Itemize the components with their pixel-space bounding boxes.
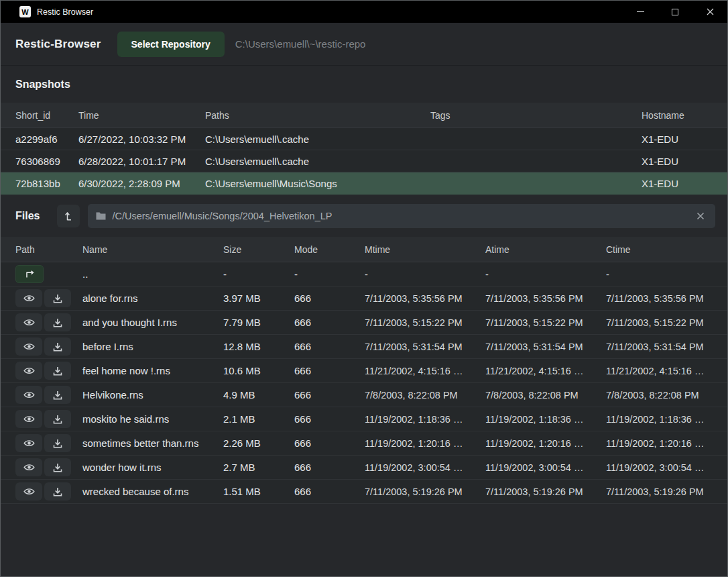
current-path-input[interactable] <box>112 211 694 221</box>
files-heading: Files <box>15 210 40 222</box>
file-mtime: 7/11/2003, 5:15:22 PM <box>365 317 485 328</box>
file-size: 2.26 MB <box>223 437 294 449</box>
file-size: 12.8 MB <box>223 341 294 352</box>
download-file-button[interactable] <box>44 434 71 452</box>
file-atime: 11/19/2002, 1:18:36 … <box>485 414 606 425</box>
preview-file-button[interactable] <box>15 482 42 501</box>
minimize-button[interactable] <box>623 1 658 23</box>
file-name: alone for.rns <box>82 293 223 304</box>
file-mode: - <box>294 268 365 280</box>
file-mode: 666 <box>294 462 365 473</box>
file-ctime: 11/19/2002, 1:18:36 … <box>606 414 713 425</box>
file-row: and you thought I.rns 7.79 MB 666 7/11/2… <box>1 311 727 335</box>
file-mode: 666 <box>294 486 365 497</box>
file-size: 7.79 MB <box>223 317 294 328</box>
file-size: 4.9 MB <box>223 389 294 401</box>
minimize-icon <box>637 11 644 12</box>
preview-file-button[interactable] <box>15 386 42 404</box>
file-ctime: 7/11/2003, 5:19:26 PM <box>606 486 713 497</box>
file-row: wonder how it.rns 2.7 MB 666 11/19/2002,… <box>1 456 727 480</box>
clear-path-button[interactable] <box>694 211 707 221</box>
preview-file-button[interactable] <box>15 410 42 428</box>
col-paths: Paths <box>205 110 430 121</box>
download-icon <box>53 318 62 327</box>
clear-path-icon <box>696 212 705 220</box>
snapshot-time: 6/28/2022, 10:01:17 PM <box>78 156 205 167</box>
snapshot-paths: C:\Users\emuell\Music\Songs <box>205 178 430 189</box>
file-name: sometimes better than.rns <box>82 437 223 449</box>
parent-dir-icon <box>25 270 35 278</box>
file-size: 2.1 MB <box>223 413 294 425</box>
file-row: wrecked because of.rns 1.51 MB 666 7/11/… <box>1 480 727 504</box>
file-name: .. <box>82 268 223 280</box>
file-mode: 666 <box>294 437 365 449</box>
download-file-button[interactable] <box>44 458 71 476</box>
close-button[interactable] <box>692 1 727 23</box>
repository-path: C:\Users\emuell\~\restic-repo <box>235 38 366 50</box>
file-mtime: - <box>365 269 485 280</box>
titlebar: W Restic Browser <box>1 1 727 23</box>
file-mtime: 7/11/2003, 5:35:56 PM <box>365 293 485 304</box>
file-name: feel home now !.rns <box>82 365 223 376</box>
snapshot-paths: C:\Users\emuell\.cache <box>205 134 430 145</box>
preview-file-button[interactable] <box>15 434 42 452</box>
snapshot-paths: C:\Users\emuell\.cache <box>205 156 430 167</box>
download-file-button[interactable] <box>44 410 71 428</box>
eye-icon <box>23 463 35 472</box>
snapshot-short-id: 76306869 <box>15 156 78 167</box>
preview-file-button[interactable] <box>15 362 42 380</box>
file-mode: 666 <box>294 293 365 304</box>
file-mode: 666 <box>294 317 365 328</box>
snapshot-hostname: X1-EDU <box>642 134 713 145</box>
file-ctime: 7/8/2003, 8:22:08 PM <box>606 390 713 401</box>
file-name: wrecked because of.rns <box>82 486 223 497</box>
content-filler <box>1 504 727 576</box>
file-mtime: 11/19/2002, 3:00:54 … <box>365 462 485 473</box>
window-controls <box>623 1 727 23</box>
file-row: feel home now !.rns 10.6 MB 666 11/21/20… <box>1 359 727 383</box>
preview-file-button[interactable] <box>15 289 42 307</box>
files-bar: Files <box>1 195 727 237</box>
snapshot-time: 6/30/2022, 2:28:09 PM <box>78 178 205 189</box>
preview-file-button[interactable] <box>15 313 42 331</box>
preview-file-button[interactable] <box>15 337 42 356</box>
select-repository-button[interactable]: Select Repository <box>117 32 225 57</box>
file-atime: 7/11/2003, 5:31:54 PM <box>485 342 606 352</box>
up-level-button[interactable] <box>57 205 80 227</box>
snapshot-row-selected[interactable]: 72b813bb 6/30/2022, 2:28:09 PM C:\Users\… <box>1 172 727 195</box>
file-mode: 666 <box>294 413 365 425</box>
file-mode: 666 <box>294 341 365 352</box>
preview-file-button[interactable] <box>15 458 42 476</box>
download-file-button[interactable] <box>44 289 71 307</box>
file-ctime: 11/21/2002, 4:15:16 … <box>606 366 713 376</box>
eye-icon <box>23 294 35 303</box>
download-file-button[interactable] <box>44 386 71 404</box>
file-mtime: 11/19/2002, 1:18:36 … <box>365 414 485 425</box>
download-icon <box>53 294 62 303</box>
download-file-button[interactable] <box>44 362 71 380</box>
eye-icon <box>23 318 35 327</box>
app-window: W Restic Browser Restic-Browser Select R… <box>0 0 728 577</box>
download-file-button[interactable] <box>44 313 71 331</box>
eye-icon <box>23 487 35 496</box>
download-file-button[interactable] <box>44 482 71 501</box>
col-mode: Mode <box>294 244 365 255</box>
snapshot-row[interactable]: 76306869 6/28/2022, 10:01:17 PM C:\Users… <box>1 150 727 172</box>
maximize-icon <box>672 9 678 15</box>
eye-icon <box>23 439 35 448</box>
file-mode: 666 <box>294 365 365 376</box>
go-parent-dir-button[interactable] <box>15 265 44 283</box>
col-mtime: Mtime <box>365 244 485 255</box>
file-mode: 666 <box>294 389 365 401</box>
download-file-button[interactable] <box>44 337 71 356</box>
file-mtime: 11/21/2002, 4:15:16 … <box>365 366 485 376</box>
download-icon <box>53 415 62 424</box>
eye-icon <box>23 415 35 423</box>
maximize-button[interactable] <box>658 1 692 23</box>
file-mtime: 7/8/2003, 8:22:08 PM <box>365 390 485 401</box>
col-time: Time <box>78 110 205 121</box>
file-atime: 11/19/2002, 1:20:16 … <box>485 438 606 449</box>
snapshot-row[interactable]: a2299af6 6/27/2022, 10:03:32 PM C:\Users… <box>1 128 727 150</box>
file-name: moskito he said.rns <box>82 413 223 425</box>
file-size: 1.51 MB <box>223 486 294 497</box>
